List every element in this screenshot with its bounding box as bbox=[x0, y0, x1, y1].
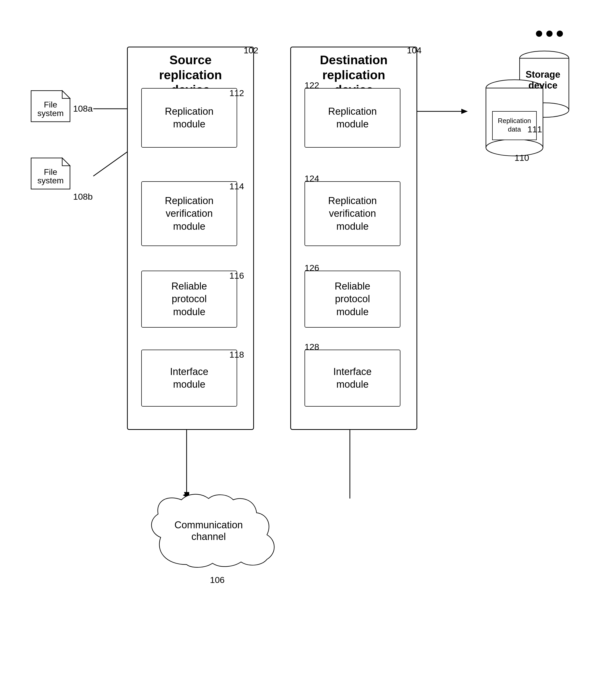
dest-verification-module: Replicationverificationmodule bbox=[305, 181, 401, 246]
cloud-svg: Communication channel bbox=[140, 492, 316, 583]
source-protocol-module: Reliableprotocolmodule bbox=[141, 271, 237, 328]
svg-text:Replication: Replication bbox=[498, 117, 531, 125]
diagram: Source replication device 102 Replicatio… bbox=[0, 0, 601, 700]
fs-b-icon: File system bbox=[28, 155, 73, 192]
fs-b-ref: 108b bbox=[73, 192, 93, 202]
dst-mod3-ref: 126 bbox=[305, 263, 319, 273]
svg-text:device: device bbox=[528, 80, 557, 91]
file-system-a: File system bbox=[28, 88, 73, 124]
src-mod3-ref: 116 bbox=[230, 271, 244, 281]
fs-a-ref: 108a bbox=[73, 104, 93, 114]
svg-text:File: File bbox=[44, 100, 57, 109]
storage-ref-111: 111 bbox=[527, 124, 542, 134]
svg-text:Storage: Storage bbox=[526, 69, 560, 80]
communication-channel: Communication channel bbox=[140, 492, 316, 584]
svg-text:File: File bbox=[44, 167, 57, 177]
storage-ref-110: 110 bbox=[514, 153, 529, 163]
comm-ref: 106 bbox=[210, 575, 225, 585]
storage-svg: Storage device Replication data bbox=[469, 34, 578, 163]
svg-text:system: system bbox=[37, 108, 64, 118]
dest-interface-module: Interfacemodule bbox=[305, 350, 401, 406]
dest-device-ref: 104 bbox=[407, 45, 422, 55]
svg-marker-27 bbox=[62, 91, 70, 98]
svg-text:data: data bbox=[508, 125, 521, 133]
dest-replication-module: Replicationmodule bbox=[305, 88, 401, 148]
fs-a-icon: File system bbox=[28, 88, 73, 124]
file-system-b: File system bbox=[28, 155, 73, 192]
source-device-ref: 102 bbox=[244, 45, 258, 55]
svg-text:system: system bbox=[37, 176, 64, 185]
source-interface-module: Interfacemodule bbox=[141, 350, 237, 406]
dest-protocol-module: Reliableprotocolmodule bbox=[305, 271, 401, 328]
svg-text:channel: channel bbox=[191, 531, 226, 542]
src-mod1-ref: 112 bbox=[230, 88, 244, 98]
dst-mod4-ref: 128 bbox=[305, 342, 319, 352]
dst-mod2-ref: 124 bbox=[305, 174, 319, 183]
source-replication-module: Replicationmodule bbox=[141, 88, 237, 148]
svg-line-2 bbox=[93, 150, 129, 176]
src-mod4-ref: 118 bbox=[230, 350, 244, 360]
source-verification-module: Replicationverificationmodule bbox=[141, 181, 237, 246]
svg-text:Communication: Communication bbox=[174, 520, 243, 530]
dst-mod1-ref: 122 bbox=[305, 80, 319, 91]
src-mod2-ref: 114 bbox=[230, 181, 244, 191]
svg-marker-21 bbox=[461, 109, 468, 114]
storage-container: Storage device Replication data bbox=[469, 34, 578, 164]
svg-marker-31 bbox=[62, 158, 70, 166]
